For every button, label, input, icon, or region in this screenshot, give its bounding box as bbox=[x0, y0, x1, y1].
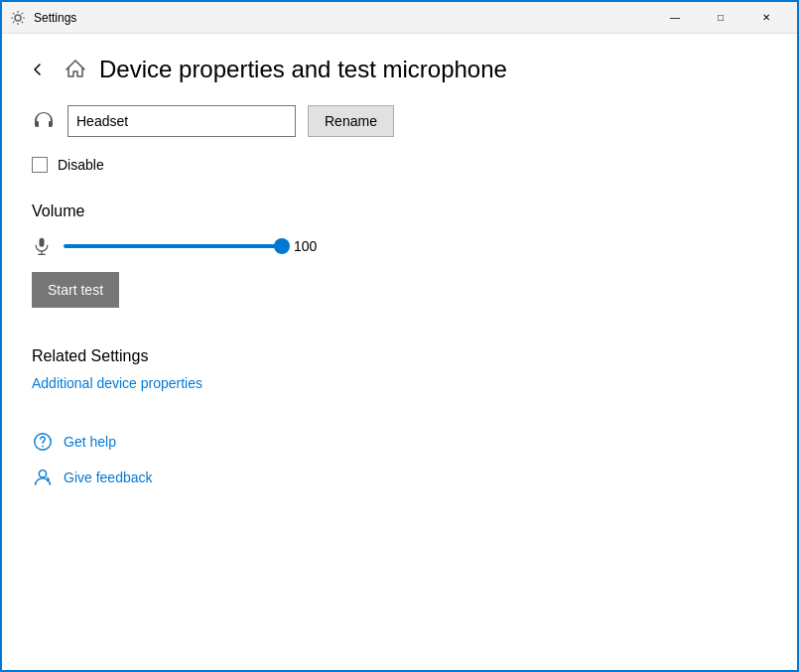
back-button[interactable] bbox=[22, 54, 54, 85]
start-test-button[interactable]: Start test bbox=[32, 272, 119, 308]
page-header: Device properties and test microphone bbox=[2, 34, 797, 105]
disable-row: Disable bbox=[2, 157, 797, 173]
volume-title: Volume bbox=[32, 202, 767, 220]
window-controls: — □ ✕ bbox=[652, 2, 789, 34]
close-button[interactable]: ✕ bbox=[743, 2, 789, 34]
svg-rect-1 bbox=[40, 238, 45, 247]
related-settings-title: Related Settings bbox=[32, 347, 767, 365]
feedback-icon bbox=[32, 467, 54, 488]
settings-app-icon bbox=[10, 10, 26, 26]
home-icon bbox=[64, 58, 87, 81]
settings-window: Settings — □ ✕ Device properties and tes… bbox=[0, 0, 799, 672]
rename-button[interactable]: Rename bbox=[308, 105, 394, 137]
get-help-link[interactable]: Get help bbox=[64, 434, 116, 450]
maximize-button[interactable]: □ bbox=[698, 2, 743, 34]
svg-point-0 bbox=[15, 15, 21, 21]
minimize-button[interactable]: — bbox=[652, 2, 698, 34]
get-help-icon bbox=[32, 431, 54, 453]
help-section: Get help Give feedback bbox=[2, 411, 797, 488]
microphone-icon bbox=[32, 236, 52, 256]
headset-icon bbox=[32, 109, 56, 133]
slider-row: 100 bbox=[32, 236, 767, 256]
title-bar: Settings — □ ✕ bbox=[2, 2, 797, 34]
page-content: Device properties and test microphone Re… bbox=[2, 34, 797, 670]
device-name-row: Rename bbox=[2, 105, 797, 137]
related-settings-section: Related Settings Additional device prope… bbox=[2, 347, 797, 391]
volume-section: Volume 100 Start test bbox=[2, 202, 797, 308]
slider-thumb[interactable] bbox=[274, 238, 290, 254]
svg-point-6 bbox=[39, 470, 46, 477]
disable-checkbox[interactable] bbox=[32, 157, 48, 173]
feedback-link[interactable]: Give feedback bbox=[64, 470, 153, 485]
page-title: Device properties and test microphone bbox=[99, 56, 507, 83]
slider-track bbox=[64, 244, 282, 248]
disable-label: Disable bbox=[58, 157, 104, 173]
volume-slider[interactable] bbox=[64, 236, 282, 256]
title-bar-text: Settings bbox=[34, 11, 652, 25]
feedback-item: Give feedback bbox=[32, 467, 767, 488]
get-help-item: Get help bbox=[32, 431, 767, 453]
device-name-input[interactable] bbox=[67, 105, 296, 137]
volume-value: 100 bbox=[294, 238, 324, 254]
additional-properties-link[interactable]: Additional device properties bbox=[32, 375, 767, 391]
back-icon bbox=[32, 64, 44, 75]
svg-point-5 bbox=[42, 446, 44, 448]
